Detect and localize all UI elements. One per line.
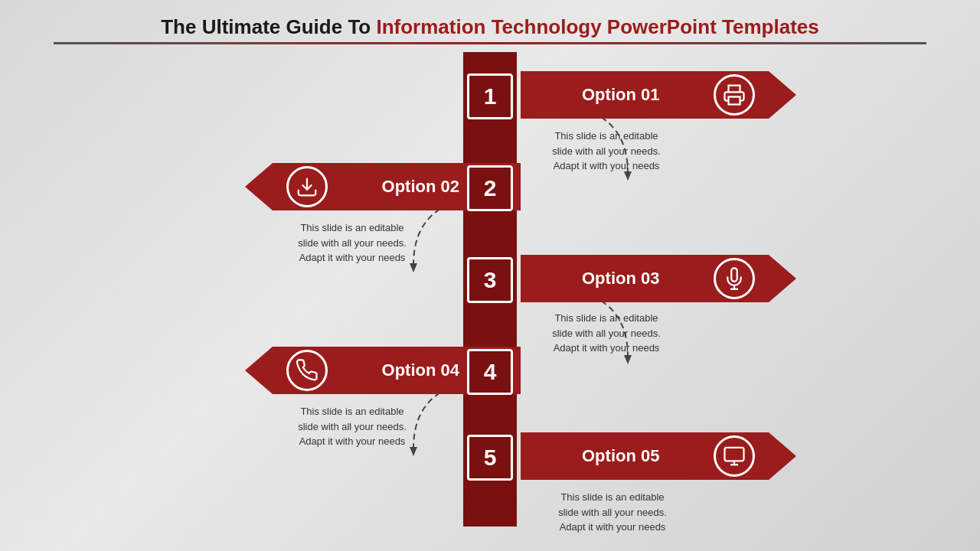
title-area: The Ultimate Guide To Information Techno… (31, 15, 949, 44)
svg-marker-1 (624, 171, 632, 181)
option-01-arrow: Option 01 (521, 71, 796, 119)
svg-rect-0 (729, 97, 740, 105)
option-02-icon-circle (286, 166, 328, 207)
option-02-point (245, 163, 273, 210)
option-01-point (769, 71, 796, 119)
download-icon (296, 175, 318, 198)
number-badge-2: 2 (467, 165, 513, 211)
option-04-icon-circle (286, 350, 328, 391)
option-05-arrow: Option 05 (521, 432, 796, 480)
option-05-body: Option 05 (521, 432, 769, 480)
number-badge-3: 3 (467, 257, 513, 303)
option-03-label: Option 03 (582, 269, 659, 289)
title-highlight: Information Technology PowerPoint Templa… (376, 15, 818, 38)
svg-marker-3 (410, 263, 417, 272)
option-03-point (769, 255, 796, 302)
content-area: 1 2 3 4 5 Option 01 This slide (31, 52, 949, 527)
option-05-icon-circle (714, 435, 755, 477)
option-05-label: Option 05 (582, 446, 659, 466)
number-badge-1: 1 (467, 73, 513, 119)
option-05-point (769, 432, 796, 480)
option-04-label: Option 04 (382, 360, 459, 380)
option-04-point (245, 347, 273, 394)
svg-marker-6 (624, 355, 632, 364)
number-badge-5: 5 (467, 435, 513, 481)
option-03-icon-circle (714, 258, 755, 299)
svg-marker-7 (410, 447, 417, 456)
option-01-body: Option 01 (521, 71, 769, 119)
option-03-arrow: Option 03 (521, 255, 796, 302)
title-underline (54, 42, 926, 44)
phone-icon (296, 359, 318, 382)
option-05-desc: This slide is an editable slide with all… (551, 490, 674, 535)
option-01-icon-circle (714, 74, 755, 116)
number-badge-4: 4 (467, 349, 513, 395)
printer-icon (723, 83, 746, 106)
monitor-icon (723, 445, 746, 468)
option-01-label: Option 01 (582, 85, 659, 105)
option-02-label: Option 02 (382, 177, 459, 197)
option-03-body: Option 03 (521, 255, 769, 302)
page-container: The Ultimate Guide To Information Techno… (0, 0, 980, 551)
svg-rect-8 (725, 448, 744, 461)
title-prefix: The Ultimate Guide To (161, 15, 376, 38)
microphone-icon (723, 267, 746, 290)
